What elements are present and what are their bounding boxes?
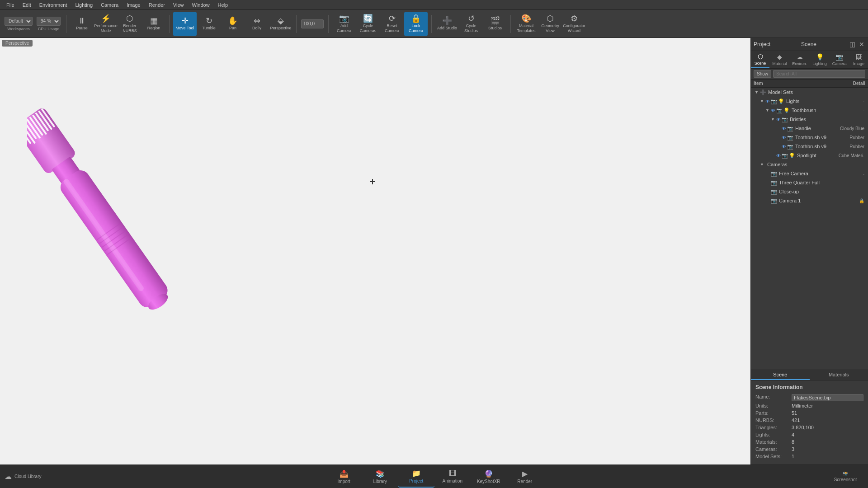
menu-environment[interactable]: Environment [36, 1, 71, 9]
toggle-lights[interactable]: ▼ [760, 99, 765, 103]
tree-row[interactable]: ▼ Cameras [751, 160, 868, 169]
lock-camera-button[interactable]: 🔒 Lock Camera [404, 12, 428, 36]
reset-camera-icon: ⟳ [389, 14, 396, 23]
perspective-button[interactable]: ⬙ Perspective [269, 12, 292, 36]
zoom-input[interactable] [301, 19, 324, 28]
info-label-triangles: Triangles: [755, 425, 792, 430]
info-row-nurbs: NURBS: 421 [755, 418, 863, 423]
viewport[interactable]: Perspective [0, 38, 750, 465]
tree-row[interactable]: 👁 📷 Toothbrush v9 Rubber [751, 133, 868, 142]
tree-row[interactable]: ▼ ➕ Model Sets [751, 88, 868, 97]
menu-image[interactable]: Image [123, 1, 144, 9]
tree-header: Item Detail [751, 80, 868, 88]
pause-button[interactable]: ⏸ Pause [70, 12, 94, 36]
toggle-toothbrush[interactable]: ▼ [765, 108, 771, 113]
info-label-units: Units: [755, 403, 792, 408]
library-button[interactable]: 📚 Library [362, 466, 398, 488]
cycle-cameras-button[interactable]: 🔄 Cycle Cameras [356, 12, 380, 36]
menu-render[interactable]: Render [145, 1, 169, 9]
dolly-button[interactable]: ⇔ Dolly [245, 12, 269, 36]
tree-row[interactable]: 📷 Close-up [751, 187, 868, 196]
tree-item-free-camera: Free Camera [779, 171, 830, 176]
info-row-units: Units: Millimeter [755, 403, 863, 408]
menu-file[interactable]: File [3, 1, 18, 9]
tree-row[interactable]: 👁 📷 💡 Spotlight Cube Materi. [751, 151, 868, 160]
tree-item-toothbrush-v9-2: Toothbrush v9 [795, 144, 830, 149]
tree-detail: - [830, 99, 866, 104]
scene-tree[interactable]: ▼ ➕ Model Sets ▼ 👁 📷 💡 Lights - [751, 88, 868, 370]
tab-scene[interactable]: ⬡ Scene [751, 51, 769, 68]
cycle-studios-label: Cycle Studios [460, 23, 482, 33]
tab-material[interactable]: ◆ Material [769, 51, 789, 68]
toggle-bristles[interactable]: ▼ [771, 117, 776, 122]
region-button[interactable]: ▦ Region [142, 12, 165, 36]
move-tool-button[interactable]: ✛ Move Tool [173, 12, 197, 36]
tree-row[interactable]: ▼ 👁 📷 Bristles - [751, 115, 868, 124]
panel-tab-scene[interactable]: Scene [751, 370, 810, 380]
lock-icon: 🔒 [859, 198, 864, 203]
search-input[interactable] [773, 70, 865, 78]
toolbar-sep-3 [296, 15, 297, 33]
add-studio-button[interactable]: ➕ Add Studio [435, 12, 459, 36]
tab-image[interactable]: 🖼 Image [849, 51, 868, 68]
configurator-wizard-button[interactable]: ⚙ Configurator Wizard [562, 12, 586, 36]
tumble-button[interactable]: ↻ Tumble [197, 12, 221, 36]
keyshotxr-button[interactable]: 🔮 KeyShotXR [471, 466, 507, 488]
performance-icon: ⚡ [101, 14, 111, 23]
show-button[interactable]: Show [754, 70, 771, 78]
screenshot-button[interactable]: 📸 Screenshot [827, 466, 863, 488]
toggle-cameras[interactable]: ▼ [760, 162, 765, 167]
tree-row[interactable]: 👁 📷 Toothbrush v9 Rubber [751, 142, 868, 151]
menu-window[interactable]: Window [188, 1, 213, 9]
animation-button[interactable]: 🎞 Animation [434, 466, 471, 488]
menu-camera[interactable]: Camera [97, 1, 122, 9]
add-camera-icon: 📷 [339, 14, 349, 23]
tree-row[interactable]: ▼ 👁 📷 💡 Toothbrush - [751, 106, 868, 115]
tree-row[interactable]: 📷 Three Quarter Full [751, 178, 868, 187]
menu-help[interactable]: Help [214, 1, 232, 9]
info-value-name[interactable]: FlakesScene.bip [792, 394, 863, 401]
tree-row[interactable]: 👁 📷 Handle Cloudy Blue [751, 124, 868, 133]
render-nurbs-button[interactable]: ⬡ Render NURBS [118, 12, 142, 36]
panel-tab-materials[interactable]: Materials [810, 370, 868, 380]
main-area: Perspective [0, 38, 868, 465]
workspace-dropdown[interactable]: Default [5, 17, 33, 26]
material-templates-button[interactable]: 🎨 Material Templates [514, 12, 538, 36]
workspace-label: Workspaces [7, 27, 29, 31]
tree-row[interactable]: 📷 Free Camera - [751, 169, 868, 178]
reset-camera-button[interactable]: ⟳ Reset Camera [380, 12, 404, 36]
cycle-studios-button[interactable]: ↺ Cycle Studios [459, 12, 483, 36]
menu-view[interactable]: View [170, 1, 188, 9]
dolly-label: Dolly [252, 26, 261, 31]
tree-detail: - [830, 117, 866, 122]
project-button[interactable]: 📁 Project [398, 466, 434, 488]
info-row-materials: Materials: 8 [755, 439, 863, 445]
panel-expand-icon[interactable]: ◫ [849, 40, 856, 49]
toolbar: Default Workspaces 94 % CPU Usage ⏸ Paus… [0, 10, 868, 38]
tab-camera[interactable]: 📷 Camera [830, 51, 849, 68]
tree-item-handle: Handle [795, 126, 830, 131]
environ-tab-label: Environ. [792, 61, 807, 66]
tree-row[interactable]: 📷 Camera 1 🔒 [751, 196, 868, 205]
toolbar-sep-1 [66, 15, 66, 33]
cpu-usage-dropdown[interactable]: 94 % [37, 17, 61, 26]
scene-tab-icon: ⬡ [758, 53, 763, 60]
panel-close-icon[interactable]: ✕ [858, 40, 865, 49]
tree-item-cameras: Cameras [767, 162, 830, 167]
pan-button[interactable]: ✋ Pan [221, 12, 245, 36]
add-camera-button[interactable]: 📷 Add Camera [332, 12, 356, 36]
tree-item-camera1: Camera 1 [779, 198, 830, 203]
studios-button[interactable]: 🎬 Studios [483, 12, 507, 36]
render-button[interactable]: ▶ Render [507, 466, 543, 488]
menu-edit[interactable]: Edit [19, 1, 35, 9]
menu-lighting[interactable]: Lighting [71, 1, 96, 9]
tree-row[interactable]: ▼ 👁 📷 💡 Lights - [751, 97, 868, 106]
viewport-perspective-btn[interactable]: Perspective [2, 40, 33, 47]
tab-lighting[interactable]: 💡 Lighting [810, 51, 830, 68]
tab-environ[interactable]: ☁ Environ. [789, 51, 810, 68]
right-panel: Project Scene ◫ ✕ ⬡ Scene ◆ Material ☁ E… [750, 38, 868, 465]
toggle-model-sets[interactable]: ▼ [755, 90, 760, 94]
performance-mode-button[interactable]: ⚡ Performance Mode [94, 12, 118, 36]
geometry-view-button[interactable]: ⬡ Geometry View [538, 12, 562, 36]
import-button[interactable]: 📥 Import [326, 466, 362, 488]
